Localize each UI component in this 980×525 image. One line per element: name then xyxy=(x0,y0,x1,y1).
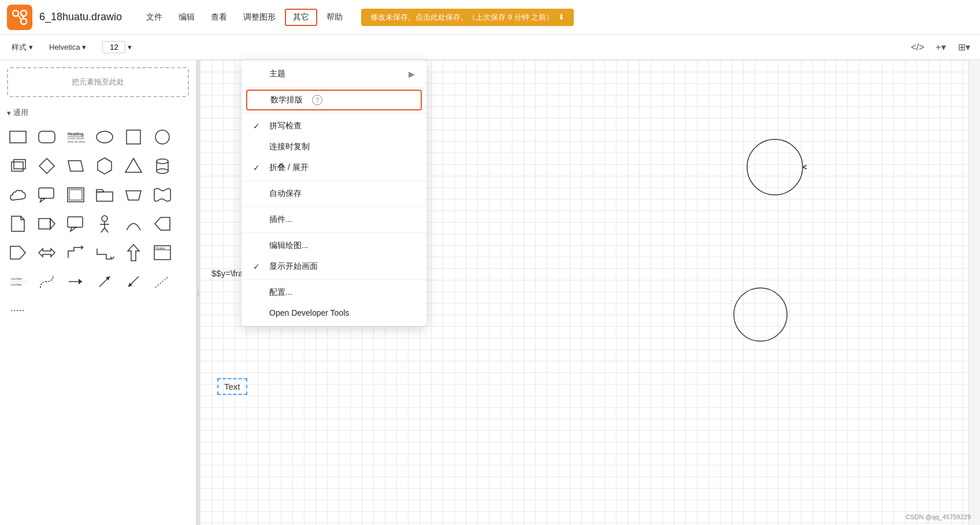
dropdown-sep-3 xyxy=(242,180,426,181)
dropdown-item-config[interactable]: 配置... xyxy=(242,282,426,303)
dropdown-label-autosave: 自动保存 xyxy=(269,188,302,199)
dropdown-item-dev-tools[interactable]: Open Developer Tools xyxy=(242,303,426,323)
dropdown-label-connect-copy: 连接时复制 xyxy=(269,142,310,152)
dropdown-overlay[interactable] xyxy=(0,0,980,525)
dropdown-sep-6 xyxy=(242,279,426,280)
dropdown-sep-4 xyxy=(242,206,426,207)
dropdown-item-connect-copy[interactable]: 连接时复制 xyxy=(242,136,426,157)
dropdown-item-theme[interactable]: 主题 ▶ xyxy=(242,64,426,84)
dropdown-math-help-icon: ? xyxy=(312,95,322,105)
dropdown-arrow-theme: ▶ xyxy=(409,69,415,79)
dropdown-sep-2 xyxy=(242,113,426,113)
dropdown-check-fold: ✓ xyxy=(253,163,263,172)
dropdown-label-plugins: 插件... xyxy=(269,215,292,225)
dropdown-item-spell[interactable]: ✓ 拼写检查 xyxy=(242,116,426,136)
dropdown-item-plugins[interactable]: 插件... xyxy=(242,209,426,230)
dropdown-label-show-start: 显示开始画面 xyxy=(269,261,318,272)
dropdown-item-autosave[interactable]: 自动保存 xyxy=(242,183,426,204)
dropdown-label-edit-diagram: 编辑绘图... xyxy=(269,241,309,251)
dropdown-item-math[interactable]: 数学排版 ? xyxy=(246,90,422,110)
dropdown-label-dev-tools: Open Developer Tools xyxy=(269,308,349,317)
dropdown-label-theme: 主题 xyxy=(269,69,285,79)
dropdown-check-show-start: ✓ xyxy=(253,262,263,271)
dropdown-item-edit-diagram[interactable]: 编辑绘图... xyxy=(242,235,426,256)
dropdown-sep-1 xyxy=(242,87,426,87)
dropdown-sep-5 xyxy=(242,232,426,233)
dropdown-item-fold[interactable]: ✓ 折叠 / 展开 xyxy=(242,157,426,178)
dropdown-label-math: 数学排版 xyxy=(270,95,303,105)
dropdown-label-spell: 拼写检查 xyxy=(269,121,302,131)
dropdown-item-show-start[interactable]: ✓ 显示开始画面 xyxy=(242,256,426,277)
dropdown-check-spell: ✓ xyxy=(253,121,263,131)
dropdown-menu: 主题 ▶ 数学排版 ? ✓ 拼写检查 连接时复制 ✓ 折叠 / 展开 自动保存 … xyxy=(242,60,426,326)
dropdown-label-fold: 折叠 / 展开 xyxy=(269,162,309,173)
dropdown-label-config: 配置... xyxy=(269,287,292,298)
